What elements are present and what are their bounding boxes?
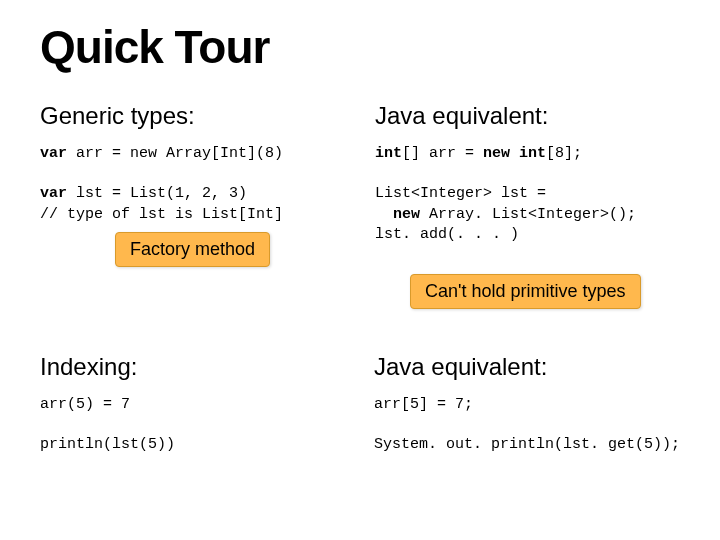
top-columns: Generic types: var arr = new Array[Int](… — [40, 102, 680, 265]
keyword-new-int: new int — [483, 145, 546, 162]
keyword-var: var — [40, 185, 67, 202]
right-code-2: List<Integer> lst = new Array. List<Inte… — [375, 184, 680, 245]
left-heading-1: Generic types: — [40, 102, 345, 130]
left-code-3: arr(5) = 7 — [40, 395, 344, 415]
right-code-4: System. out. println(lst. get(5)); — [374, 435, 680, 455]
left-code-2: var lst = List(1, 2, 3) // type of lst i… — [40, 184, 345, 225]
code-text: [8]; — [546, 145, 582, 162]
left-heading-2: Indexing: — [40, 353, 344, 381]
keyword-new: new — [393, 206, 420, 223]
left-code-4: println(lst(5)) — [40, 435, 344, 455]
right-code-1: int[] arr = new int[8]; — [375, 144, 680, 164]
keyword-int: int — [375, 145, 402, 162]
code-text: lst = List(1, 2, 3) // type of lst is Li… — [40, 185, 283, 222]
right-heading-2: Java equivalent: — [374, 353, 680, 381]
keyword-var: var — [40, 145, 67, 162]
left-column-2: Indexing: arr(5) = 7 println(lst(5)) — [40, 353, 344, 476]
right-code-3: arr[5] = 7; — [374, 395, 680, 415]
code-text: [] arr = — [402, 145, 483, 162]
callout-factory-method: Factory method — [115, 232, 270, 267]
right-column: Java equivalent: int[] arr = new int[8];… — [375, 102, 680, 265]
right-heading-1: Java equivalent: — [375, 102, 680, 130]
bottom-columns: Indexing: arr(5) = 7 println(lst(5)) Jav… — [40, 353, 680, 476]
code-text: arr = new Array[Int](8) — [67, 145, 283, 162]
slide-title: Quick Tour — [40, 20, 680, 74]
right-column-2: Java equivalent: arr[5] = 7; System. out… — [374, 353, 680, 476]
callout-primitive-types: Can't hold primitive types — [410, 274, 641, 309]
left-code-1: var arr = new Array[Int](8) — [40, 144, 345, 164]
